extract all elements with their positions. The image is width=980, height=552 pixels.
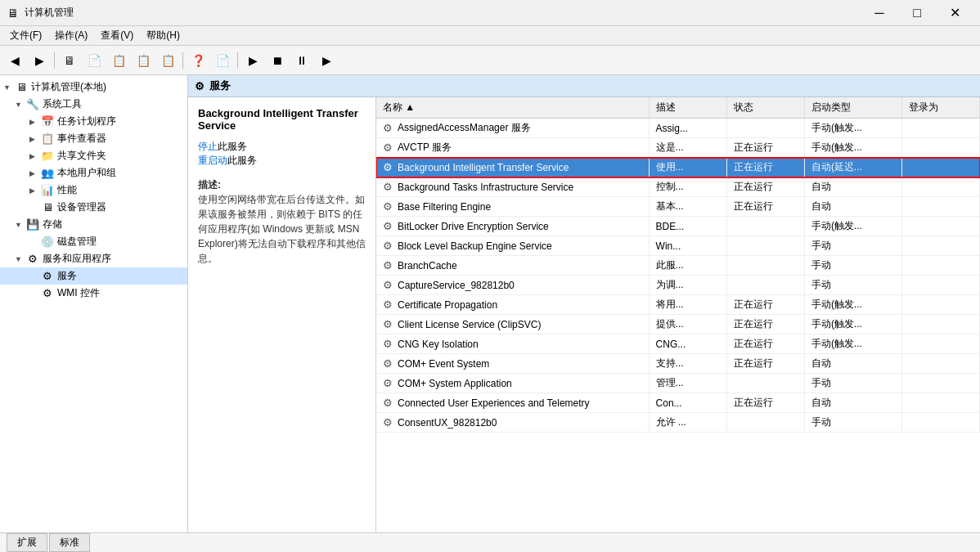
col-header-desc[interactable]: 描述 [649, 97, 726, 119]
tools-icon: 🔧 [26, 98, 39, 111]
services-table-container[interactable]: 名称 ▲ 描述 状态 启动类型 登录为 ⚙AssignedAccessManag… [376, 97, 980, 532]
service-name: ⚙BitLocker Drive Encryption Service [376, 217, 649, 236]
maximize-button[interactable]: □ [898, 0, 936, 26]
sidebar-item-shared-folders[interactable]: ▶ 📁 共享文件夹 [0, 147, 187, 164]
back-button[interactable]: ◀ [3, 49, 26, 72]
minimize-button[interactable]: ─ [861, 0, 898, 26]
sidebar-item-event-viewer[interactable]: ▶ 📋 事件查看器 [0, 130, 187, 147]
table-row[interactable]: ⚙Block Level Backup Engine ServiceWin...… [376, 236, 980, 256]
table-row[interactable]: ⚙COM+ Event System支持...正在运行自动 [376, 354, 980, 374]
table-row[interactable]: ⚙Background Intelligent Transfer Service… [376, 158, 980, 177]
table-row[interactable]: ⚙AssignedAccessManager 服务Assig...手动(触发..… [376, 119, 980, 138]
service-status [726, 256, 804, 276]
service-logon [901, 413, 979, 433]
stop-link[interactable]: 停止 [198, 141, 218, 152]
table-row[interactable]: ⚙Connected User Experiences and Telemetr… [376, 393, 980, 413]
service-logon [901, 177, 979, 197]
stop-button[interactable]: ⏹ [266, 49, 289, 72]
col-header-status[interactable]: 状态 [726, 97, 804, 119]
menu-item-帮助h[interactable]: 帮助(H) [140, 27, 187, 44]
service-desc: 管理... [649, 374, 726, 393]
storage-icon: 💾 [26, 218, 39, 231]
desc-text: 使用空闲网络带宽在后台传送文件。如果该服务被禁用，则依赖于 BITS 的任何应用… [198, 194, 366, 264]
service-desc: 使用... [649, 158, 726, 177]
help-button[interactable]: ❓ [187, 49, 209, 72]
shared-arrow: ▶ [29, 152, 41, 160]
gear-icon: ⚙ [383, 122, 393, 134]
service-logon [901, 158, 979, 177]
col-header-logon[interactable]: 登录为 [901, 97, 979, 119]
toolbar-btn-3[interactable]: 📋 [107, 49, 130, 72]
sidebar-item-system-tools[interactable]: ▼ 🔧 系统工具 [0, 96, 187, 113]
toolbar-btn-5[interactable]: 📋 [156, 49, 179, 72]
play2-button[interactable]: ▶ [315, 49, 338, 72]
col-header-startup[interactable]: 启动类型 [804, 97, 901, 119]
sidebar-item-local-users[interactable]: ▶ 👥 本地用户和组 [0, 164, 187, 182]
separator-2 [182, 52, 183, 69]
service-logon [901, 138, 979, 158]
service-startup: 自动 [804, 197, 901, 217]
forward-button[interactable]: ▶ [28, 49, 51, 72]
sidebar-item-wmi[interactable]: ⚙ WMI 控件 [0, 285, 187, 302]
table-row[interactable]: ⚙BitLocker Drive Encryption ServiceBDE..… [376, 217, 980, 236]
restart-link[interactable]: 重启动 [198, 155, 227, 166]
table-row[interactable]: ⚙ConsentUX_982812b0允许 ...手动 [376, 413, 980, 433]
play-button[interactable]: ▶ [241, 49, 264, 72]
app-title: 计算机管理 [25, 6, 861, 20]
services-table: 名称 ▲ 描述 状态 启动类型 登录为 ⚙AssignedAccessManag… [376, 97, 980, 433]
toolbar-btn-6[interactable]: 📄 [211, 49, 234, 72]
svc-icon: ⚙ [41, 270, 54, 283]
menu-item-文件f[interactable]: 文件(F) [3, 27, 48, 44]
table-row[interactable]: ⚙CNG Key IsolationCNG...正在运行手动(触发... [376, 334, 980, 354]
menu-item-查看v[interactable]: 查看(V) [94, 27, 140, 44]
svc-app-arrow: ▼ [15, 255, 26, 263]
table-row[interactable]: ⚙Base Filtering Engine基本...正在运行自动 [376, 197, 980, 217]
gear-icon: ⚙ [383, 279, 393, 291]
desc-body: 描述: 使用空闲网络带宽在后台传送文件。如果该服务被禁用，则依赖于 BITS 的… [198, 177, 366, 266]
svc-label: 服务 [57, 269, 77, 283]
table-row[interactable]: ⚙Certificate Propagation将用...正在运行手动(触发..… [376, 295, 980, 315]
menu-bar: 文件(F)操作(A)查看(V)帮助(H) [0, 26, 980, 46]
toolbar-btn-4[interactable]: 📋 [132, 49, 155, 72]
sidebar-item-storage[interactable]: ▼ 💾 存储 [0, 216, 187, 233]
gear-icon: ⚙ [383, 141, 393, 154]
svc-app-icon: ⚙ [26, 253, 39, 266]
service-desc: 支持... [649, 354, 726, 374]
sidebar-root[interactable]: ▼ 🖥 计算机管理(本地) [0, 79, 187, 96]
service-name: ⚙AVCTP 服务 [376, 138, 649, 158]
service-desc: 基本... [649, 197, 726, 217]
service-status [726, 276, 804, 295]
tab-standard[interactable]: 标准 [49, 533, 90, 552]
table-row[interactable]: ⚙AVCTP 服务这是...正在运行手动(触发... [376, 138, 980, 158]
service-status: 正在运行 [726, 315, 804, 334]
service-name: ⚙Base Filtering Engine [376, 197, 649, 217]
tab-expand[interactable]: 扩展 [7, 533, 47, 552]
event-icon: 📋 [41, 132, 54, 146]
table-row[interactable]: ⚙COM+ System Application管理...手动 [376, 374, 980, 393]
toolbar-btn-2[interactable]: 📄 [83, 49, 106, 72]
sidebar-item-services[interactable]: ⚙ 服务 [0, 267, 187, 285]
service-desc: Assig... [649, 119, 726, 138]
table-row[interactable]: ⚙Client License Service (ClipSVC)提供...正在… [376, 315, 980, 334]
service-status [726, 236, 804, 256]
close-button[interactable]: ✕ [936, 0, 973, 26]
service-name: ⚙BranchCache [376, 256, 649, 276]
sidebar-item-services-apps[interactable]: ▼ ⚙ 服务和应用程序 [0, 250, 187, 267]
sidebar-item-performance[interactable]: ▶ 📊 性能 [0, 182, 187, 199]
table-row[interactable]: ⚙CaptureService_982812b0为调...手动 [376, 276, 980, 295]
sidebar-item-device-manager[interactable]: 🖥 设备管理器 [0, 199, 187, 216]
service-desc: Win... [649, 236, 726, 256]
col-header-name[interactable]: 名称 ▲ [376, 97, 649, 119]
desc-restart: 重启动此服务 [198, 154, 366, 168]
toolbar-btn-1[interactable]: 🖥 [58, 49, 81, 72]
pause-button[interactable]: ⏸ [290, 49, 313, 72]
service-status [726, 217, 804, 236]
table-header-row: 名称 ▲ 描述 状态 启动类型 登录为 [376, 97, 980, 119]
task-label: 任务计划程序 [57, 114, 116, 128]
task-icon: 📅 [41, 115, 54, 128]
menu-item-操作a[interactable]: 操作(A) [48, 27, 94, 44]
sidebar-item-task-scheduler[interactable]: ▶ 📅 任务计划程序 [0, 113, 187, 130]
table-row[interactable]: ⚙Background Tasks Infrastructure Service… [376, 177, 980, 197]
sidebar-item-disk-mgmt[interactable]: 💿 磁盘管理 [0, 233, 187, 250]
table-row[interactable]: ⚙BranchCache此服...手动 [376, 256, 980, 276]
